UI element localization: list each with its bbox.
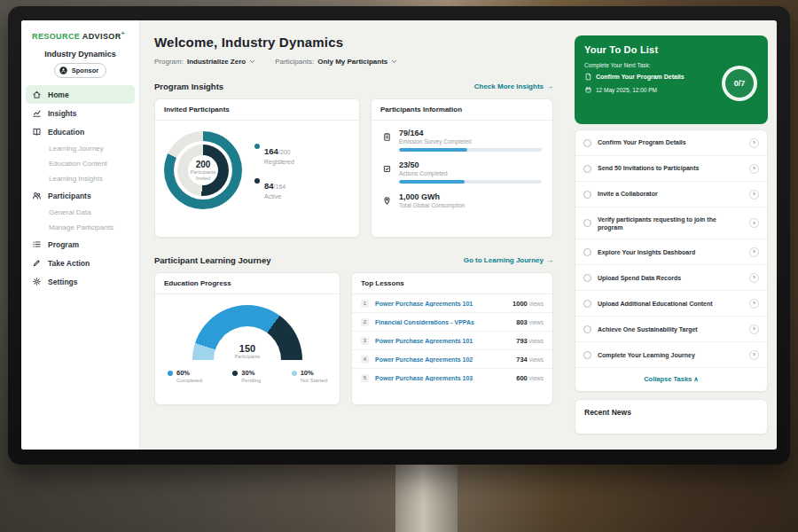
legend-value: 10% — [301, 369, 327, 377]
education-progress-gauge: 150 Participants — [192, 305, 302, 360]
legend-item: 10% Not Started — [292, 369, 327, 383]
filters-bar: Program: Industrialize Zero Participants… — [154, 58, 553, 66]
task-checkbox[interactable] — [583, 300, 591, 308]
chevron-right-icon[interactable]: › — [749, 190, 759, 200]
donut-legend: 164/200 Registered 84/164 Active — [254, 142, 294, 200]
education-progress-card: Education Progress 150 Participants 60% … — [154, 272, 340, 405]
legend-label: Active — [264, 193, 286, 200]
task-checkbox[interactable] — [583, 248, 591, 256]
lesson-views-unit: views — [529, 301, 544, 307]
sidebar-item-label: General Data — [49, 208, 91, 216]
sidebar-nav: Home Insights Education Learning Journey… — [21, 85, 139, 291]
lesson-rank: 5 — [361, 374, 369, 382]
chevron-right-icon[interactable]: › — [749, 350, 759, 360]
program-filter-value: Industrialize Zero — [187, 58, 246, 66]
legend-item: 30% Pending — [232, 369, 261, 383]
sidebar-item-label: Home — [48, 90, 69, 99]
task-label: Explore Your Insights Dashboard — [598, 248, 743, 256]
chevron-right-icon[interactable]: › — [749, 164, 759, 174]
task-checkbox[interactable] — [583, 325, 591, 333]
sidebar-item-education[interactable]: Education — [21, 122, 139, 141]
todo-next-task: Confirm Your Program Details — [584, 73, 701, 81]
arrow-right-icon: → — [546, 256, 553, 264]
sidebar-item-label: Insights — [48, 109, 77, 118]
sidebar-item-home[interactable]: Home — [26, 85, 135, 104]
task-checkbox[interactable] — [583, 274, 591, 282]
calendar-icon — [584, 86, 592, 94]
sidebar-item-education-content[interactable]: Education Content — [21, 156, 139, 171]
task-complete-learning-journey[interactable]: Complete Your Learning Journey › — [575, 342, 767, 368]
sidebar-item-learning-insights[interactable]: Learning Insights — [21, 171, 139, 186]
legend-value: 30% — [241, 369, 261, 377]
collapse-tasks-label: Collapse Tasks — [644, 375, 692, 383]
legend-dot — [168, 371, 173, 376]
task-checkbox[interactable] — [583, 351, 591, 359]
go-to-learning-journey-link[interactable]: Go to Learning Journey → — [464, 256, 553, 264]
task-checkbox[interactable] — [583, 139, 591, 147]
task-checkbox[interactable] — [583, 165, 591, 173]
chevron-right-icon[interactable]: › — [749, 247, 759, 257]
task-upload-educational-content[interactable]: Upload Additional Educational Content › — [575, 291, 767, 317]
sidebar-item-learning-journey[interactable]: Learning Journey — [21, 141, 139, 156]
legend-dot — [254, 144, 260, 149]
check-more-insights-link[interactable]: Check More Insights → — [474, 82, 553, 90]
task-confirm-program-details[interactable]: Confirm Your Program Details › — [575, 130, 767, 156]
gear-icon — [32, 277, 42, 286]
monitor-stand — [395, 461, 458, 532]
invited-participants-card: Invited Participants 200 Participants In… — [154, 98, 360, 238]
program-filter[interactable]: Program: Industrialize Zero — [154, 58, 255, 66]
task-checkbox[interactable] — [583, 191, 591, 199]
sidebar-item-program[interactable]: Program — [21, 235, 139, 254]
lesson-link[interactable]: Power Purchase Agreements 101 — [375, 301, 506, 307]
sidebar-item-take-action[interactable]: Take Action — [21, 254, 139, 272]
task-achieve-sustainability-target[interactable]: Achieve One Sustainability Target › — [575, 317, 767, 342]
sidebar-item-settings[interactable]: Settings — [21, 272, 139, 291]
pencil-icon — [32, 258, 42, 268]
info-row-consumption: 1,000 GWh Total Global Consumption — [382, 192, 542, 208]
chevron-right-icon[interactable]: › — [749, 218, 759, 228]
lesson-link[interactable]: Financial Considerations - VPPAs — [375, 319, 510, 325]
lesson-row: 4 Power Purchase Agreements 102 734views — [352, 350, 552, 369]
sidebar-item-general-data[interactable]: General Data — [21, 205, 139, 220]
task-checkbox[interactable] — [583, 219, 591, 227]
gauge-center-value: 150 — [239, 343, 255, 354]
legend-total: /200 — [278, 149, 291, 155]
lesson-rank: 4 — [361, 356, 369, 364]
participants-filter-label: Participants: — [275, 58, 314, 66]
lesson-link[interactable]: Power Purchase Agreements 101 — [375, 338, 510, 344]
progress-fill — [399, 180, 465, 184]
lesson-views-unit: views — [529, 375, 544, 381]
legend-item: 164/200 Registered — [254, 142, 294, 165]
task-invite-collaborator[interactable]: Invite a Collaborator › — [575, 182, 767, 207]
brand-advisor: ADVISOR — [82, 32, 121, 41]
participants-filter[interactable]: Participants: Only My Participants — [275, 58, 397, 66]
program-filter-label: Program: — [154, 58, 184, 66]
sidebar-item-participants[interactable]: Participants — [21, 186, 139, 205]
info-value: 79/164 — [399, 129, 542, 137]
todo-next-task-label: Confirm Your Program Details — [596, 74, 685, 80]
checklist-icon — [382, 161, 392, 171]
card-title: Participants Information — [372, 99, 552, 121]
lesson-link[interactable]: Power Purchase Agreements 103 — [375, 375, 510, 381]
task-label: Invite a Collaborator — [598, 190, 743, 198]
document-icon — [584, 73, 592, 81]
chevron-right-icon[interactable]: › — [749, 138, 759, 148]
task-label: Send 50 Invitations to Participants — [598, 164, 743, 172]
sidebar-item-insights[interactable]: Insights — [21, 104, 139, 122]
todo-header-card: Your To Do List Complete Your Next Task:… — [575, 35, 768, 124]
people-icon — [32, 191, 42, 200]
task-upload-spend-data[interactable]: Upload Spend Data Records › — [575, 265, 767, 291]
task-send-invitations[interactable]: Send 50 Invitations to Participants › — [575, 156, 767, 182]
task-verify-participants[interactable]: Verify participants requesting to join t… — [575, 207, 767, 239]
legend-item: 60% Completed — [168, 369, 202, 383]
sidebar-item-manage-participants[interactable]: Manage Participants — [21, 220, 139, 235]
sidebar-item-label: Manage Participants — [49, 223, 113, 231]
collapse-tasks-button[interactable]: Collapse Tasks ∧ — [575, 368, 767, 389]
chevron-right-icon[interactable]: › — [749, 299, 759, 309]
task-explore-insights[interactable]: Explore Your Insights Dashboard › — [575, 239, 767, 265]
recent-news-card: Recent News — [575, 399, 768, 434]
chevron-right-icon[interactable]: › — [749, 273, 759, 283]
chevron-right-icon[interactable]: › — [749, 325, 759, 334]
lesson-link[interactable]: Power Purchase Agreements 102 — [375, 356, 510, 363]
home-icon — [32, 90, 42, 99]
